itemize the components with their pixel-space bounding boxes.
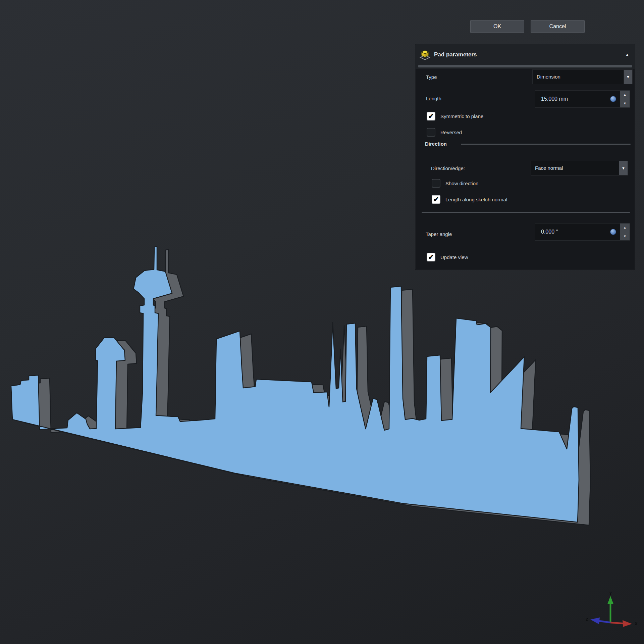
panel-header[interactable]: Pad parameters ▲: [415, 44, 635, 65]
direction-group-rule: [461, 144, 631, 145]
length-along-sketch-normal-checkbox[interactable]: ✔ Length along sketch normal: [432, 195, 507, 204]
length-label: Length: [426, 96, 441, 101]
check-icon: ✔: [427, 253, 435, 261]
direction-edge-combobox[interactable]: Face normal ▼: [531, 161, 628, 176]
checkbox-box[interactable]: ✔: [427, 253, 435, 261]
checkbox-box[interactable]: ✔: [432, 179, 440, 188]
type-combobox[interactable]: Dimension ▼: [532, 69, 633, 84]
axis-indicator: Y X Z: [583, 590, 642, 643]
y-axis-arrow: [607, 596, 613, 623]
reversed-label: Reversed: [440, 130, 462, 135]
show-direction-checkbox[interactable]: ✔ Show direction: [432, 179, 478, 188]
taper-angle-spinbox[interactable]: 0,000 ° ▲ ▼: [535, 223, 630, 241]
direction-edge-label: Direction/edge:: [431, 165, 465, 171]
chevron-down-icon[interactable]: ▼: [619, 161, 628, 175]
length-spinbox-value: 15,000 mm: [541, 91, 568, 107]
checkbox-box[interactable]: ✔: [427, 128, 435, 137]
x-axis-label: X: [635, 621, 638, 626]
type-label: Type: [426, 74, 437, 80]
y-axis-label: Y: [609, 591, 612, 596]
check-icon: ✔: [427, 112, 435, 120]
direction-group-label: Direction: [425, 141, 447, 147]
collapse-panel-icon[interactable]: ▲: [623, 50, 632, 59]
pad-icon: [419, 49, 431, 61]
expression-editor-icon[interactable]: [610, 229, 616, 235]
check-icon: ✔: [432, 196, 440, 203]
update-view-checkbox[interactable]: ✔ Update view: [427, 253, 468, 261]
spin-down-icon[interactable]: ▼: [620, 232, 630, 241]
length-along-sketch-normal-label: Length along sketch normal: [445, 197, 507, 202]
panel-grip-bar[interactable]: [418, 65, 632, 67]
x-axis-arrow: [610, 620, 632, 627]
symmetric-to-plane-checkbox[interactable]: ✔ Symmetric to plane: [427, 112, 483, 120]
spin-down-icon[interactable]: ▼: [620, 99, 630, 108]
cancel-button[interactable]: Cancel: [531, 20, 585, 33]
taper-angle-label: Taper angle: [426, 231, 452, 237]
ok-button[interactable]: OK: [470, 20, 524, 33]
section-divider: [422, 212, 630, 213]
z-axis-arrow: [590, 617, 610, 624]
cad-application-window: { "actions": { "ok_label": "OK", "cancel…: [0, 0, 644, 644]
checkbox-box[interactable]: ✔: [427, 112, 435, 120]
expression-editor-icon[interactable]: [610, 96, 616, 102]
show-direction-label: Show direction: [445, 181, 478, 186]
length-spinbox[interactable]: 15,000 mm ▲ ▼: [535, 90, 630, 108]
pad-parameters-panel: Pad parameters ▲ Type Dimension ▼ Length…: [415, 44, 635, 270]
z-axis-label: Z: [586, 617, 588, 622]
type-combobox-value: Dimension: [533, 70, 624, 84]
chevron-down-icon[interactable]: ▼: [624, 70, 632, 84]
checkbox-box[interactable]: ✔: [432, 195, 440, 204]
panel-title: Pad parameters: [434, 44, 477, 65]
symmetric-to-plane-label: Symmetric to plane: [440, 113, 483, 119]
direction-edge-combobox-value: Face normal: [531, 161, 619, 175]
taper-angle-spinbox-value: 0,000 °: [541, 224, 558, 240]
reversed-checkbox[interactable]: ✔ Reversed: [427, 128, 462, 137]
update-view-label: Update view: [440, 254, 468, 260]
spin-up-icon[interactable]: ▲: [620, 91, 630, 99]
panel-body: Type Dimension ▼ Length 15,000 mm ▲ ▼ ✔ …: [416, 69, 635, 269]
spin-up-icon[interactable]: ▲: [620, 224, 630, 232]
